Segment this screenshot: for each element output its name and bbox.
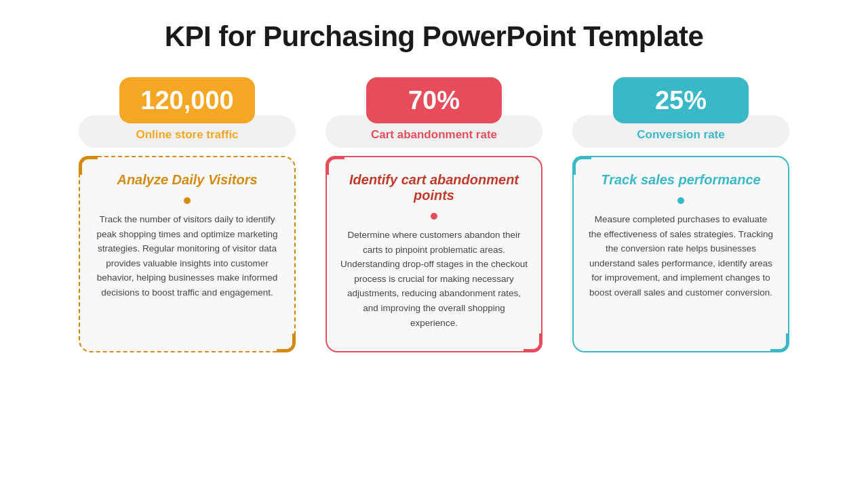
card-dot-traffic bbox=[184, 197, 191, 204]
corner-tl-teal-icon bbox=[572, 156, 591, 175]
badge-abandonment: 70% bbox=[366, 77, 502, 123]
corner-br-teal-icon bbox=[770, 333, 789, 352]
card-dot-abandonment bbox=[431, 213, 437, 220]
card-text-conversion: Measure completed purchases to evaluate … bbox=[587, 212, 774, 300]
kpi-column-conversion: 25% Conversion rate Track sales performa… bbox=[566, 77, 796, 352]
card-dot-conversion bbox=[677, 197, 684, 204]
desc-card-conversion: Track sales performance Measure complete… bbox=[572, 156, 789, 352]
page-title: KPI for Purchasing PowerPoint Template bbox=[165, 20, 704, 53]
kpi-column-traffic: 120,000 Online store traffic Analyze Dai… bbox=[72, 77, 302, 352]
card-heading-abandonment: Identify cart abandonment points bbox=[340, 172, 528, 203]
card-text-traffic: Track the number of visitors daily to id… bbox=[94, 212, 281, 300]
card-heading-conversion: Track sales performance bbox=[601, 172, 760, 188]
corner-tl-icon bbox=[79, 156, 98, 175]
desc-card-abandonment: Identify cart abandonment points Determi… bbox=[326, 156, 542, 352]
cards-row: 120,000 Online store traffic Analyze Dai… bbox=[27, 77, 841, 352]
corner-tl-red-icon bbox=[326, 156, 344, 175]
card-text-abandonment: Determine where customers abandon their … bbox=[340, 228, 528, 330]
corner-br-icon bbox=[277, 333, 296, 352]
kpi-column-abandonment: 70% Cart abandonment rate Identify cart … bbox=[319, 77, 549, 352]
page: KPI for Purchasing PowerPoint Template 1… bbox=[0, 0, 868, 488]
badge-conversion: 25% bbox=[613, 77, 749, 123]
desc-card-traffic: Analyze Daily Visitors Track the number … bbox=[79, 156, 296, 352]
badge-traffic: 120,000 bbox=[119, 77, 255, 123]
corner-br-red-icon bbox=[524, 333, 542, 352]
card-heading-traffic: Analyze Daily Visitors bbox=[117, 172, 257, 188]
